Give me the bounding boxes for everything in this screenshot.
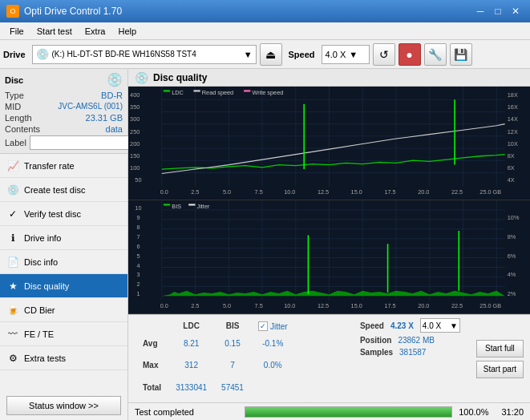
svg-text:5.0: 5.0 [223,188,231,196]
sidebar-item-disc-quality[interactable]: ★ Disc quality [0,274,127,298]
start-part-button[interactable]: Start part [476,361,524,378]
jitter-checkbox[interactable]: ✓ [258,321,268,331]
extra-tests-icon: ⚙ [6,352,19,365]
stats-top: LDC BIS ✓ Jitter Avg 8.21 0.15 [128,315,530,402]
maximize-button[interactable]: □ [490,3,506,19]
svg-text:7.5: 7.5 [255,302,263,309]
avg-ldc: 8.21 [169,333,213,353]
max-bis: 7 [215,355,250,375]
row-total-label: Total [136,378,168,398]
svg-text:Jitter: Jitter [197,203,210,210]
sidebar-item-disc-info[interactable]: 📄 Disc info [0,250,127,274]
label-input[interactable] [30,135,142,150]
svg-rect-50 [193,90,200,91]
menu-extra[interactable]: Extra [79,25,112,38]
mid-value: JVC-AMS6L (001) [58,102,123,111]
svg-text:4%: 4% [508,271,516,278]
titlebar: O Opti Drive Control 1.70 ─ □ ✕ [0,0,530,22]
charts-area: 400 350 300 250 200 150 100 50 18X 16X 1… [128,87,530,314]
svg-text:4X: 4X [508,176,515,184]
sidebar-label-transfer-rate: Transfer rate [24,161,75,171]
svg-text:25.0 GB: 25.0 GB [479,302,501,309]
disc-quality-header: 💿 Disc quality [128,69,530,87]
refresh-button[interactable]: ↺ [373,43,395,66]
sidebar-item-cd-bier[interactable]: 🍺 CD Bier [0,298,127,322]
position-value: 23862 MB [398,336,446,345]
svg-text:17.5: 17.5 [384,188,395,196]
max-ldc: 312 [169,355,213,375]
svg-text:350: 350 [130,103,140,111]
svg-rect-48 [164,90,170,91]
status-percent: 100.0% [459,407,488,417]
right-stats: Speed 4.23 X 4.0 X ▼ Position 23862 MB S… [360,318,460,399]
speed-value: 4.0 X [326,50,346,59]
stats-table: LDC BIS ✓ Jitter Avg 8.21 0.15 [135,318,296,399]
toolbar: Drive 💿 (K:) HL-DT-ST BD-RE WH16NS58 TST… [0,40,530,69]
type-label: Type [5,91,24,100]
speed-selector[interactable]: 4.0 X ▼ [322,45,370,64]
svg-text:7: 7 [136,233,140,240]
svg-text:4: 4 [136,261,140,269]
svg-text:10.0: 10.0 [284,302,295,309]
eject-button[interactable]: ⏏ [260,43,282,66]
drive-selector[interactable]: 💿 (K:) HL-DT-ST BD-RE WH16NS58 TST4 ▼ [32,45,257,64]
disc-title: Disc [5,75,23,85]
sidebar-item-verify-test-disc[interactable]: ✓ Verify test disc [0,202,127,226]
menu-help[interactable]: Help [111,25,143,38]
menubar: File Start test Extra Help [0,22,530,40]
window-controls: ─ □ ✕ [472,3,524,19]
close-button[interactable]: ✕ [508,3,524,19]
test-button[interactable]: ● [399,43,421,66]
sidebar-item-transfer-rate[interactable]: 📈 Transfer rate [0,154,127,178]
stats-panel: LDC BIS ✓ Jitter Avg 8.21 0.15 [128,314,530,402]
sidebar-item-fe-te[interactable]: 〰 FE / TE [0,322,127,346]
svg-text:6X: 6X [508,164,515,172]
speed-select-sm[interactable]: 4.0 X ▼ [420,318,460,333]
samples-label: Samples [360,348,393,357]
svg-text:17.5: 17.5 [384,302,395,309]
menu-file[interactable]: File [3,25,30,38]
sidebar-item-drive-info[interactable]: ℹ Drive info [0,226,127,250]
svg-text:12.5: 12.5 [318,302,329,309]
transfer-rate-icon: 📈 [6,160,19,172]
svg-text:10: 10 [135,204,141,212]
svg-text:BIS: BIS [172,203,181,210]
label-label: Label [5,138,26,147]
speed-display: 4.23 X [390,321,414,330]
chart2-svg: 10 9 8 7 6 5 4 3 2 1 10% 8% 6% 4% 2% [128,200,530,313]
svg-text:LDC: LDC [172,89,184,96]
start-full-button[interactable]: Start full [476,340,524,357]
svg-text:12X: 12X [508,127,518,135]
svg-text:8: 8 [136,224,140,231]
status-window-button[interactable]: Status window >> [6,396,121,415]
statusbar: Test completed 100.0% 31:20 [128,402,530,420]
save-button[interactable]: 💾 [450,43,472,66]
mid-label: MID [5,102,21,111]
svg-text:20.0: 20.0 [418,302,429,309]
content-area: 💿 Disc quality [128,69,530,420]
length-value: 23.31 GB [86,113,123,123]
max-jitter: 0.0% [252,355,294,375]
type-value: BD-R [101,91,123,100]
svg-text:22.5: 22.5 [451,302,463,309]
svg-text:18X: 18X [508,91,518,99]
col-ldc: LDC [169,320,213,332]
total-ldc: 3133041 [169,378,213,398]
minimize-button[interactable]: ─ [472,3,488,19]
svg-text:5.0: 5.0 [223,302,231,309]
svg-text:16X: 16X [508,103,518,111]
settings-button[interactable]: 🔧 [424,43,447,66]
svg-text:14X: 14X [508,115,518,123]
drive-label: Drive [3,50,26,59]
sidebar-item-create-test-disc[interactable]: 💿 Create test disc [0,178,127,202]
svg-text:100: 100 [130,164,140,172]
menu-start-test[interactable]: Start test [30,25,79,38]
sidebar-item-extra-tests[interactable]: ⚙ Extra tests [0,346,127,370]
create-test-disc-icon: 💿 [6,184,19,196]
drive-info-icon: ℹ [6,232,19,244]
svg-text:2: 2 [136,281,140,288]
start-buttons: Start full Start part [476,318,524,399]
position-label: Position [360,336,391,345]
svg-text:400: 400 [130,91,140,99]
svg-text:7.5: 7.5 [255,188,263,196]
